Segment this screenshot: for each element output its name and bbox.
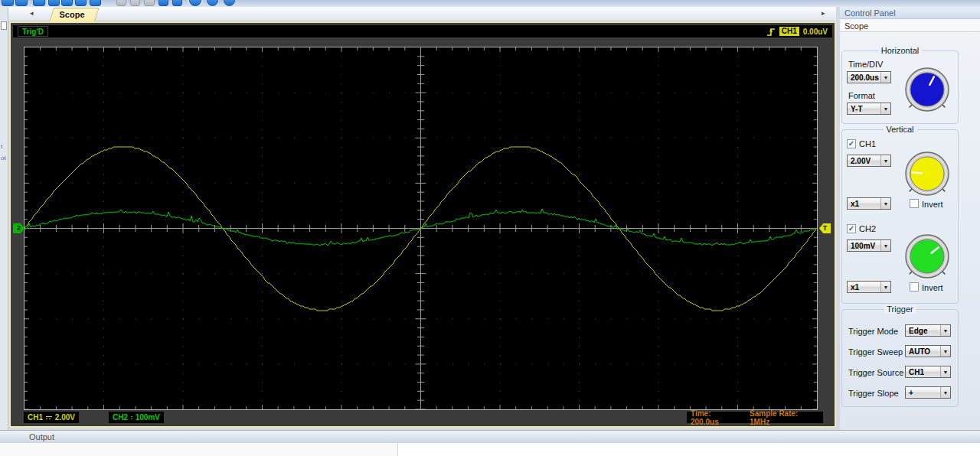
toolbar-button[interactable] <box>224 0 235 6</box>
trigger-group-title: Trigger <box>884 305 916 314</box>
toolbar-button[interactable] <box>130 0 140 6</box>
trigger-source-badge: CH1 <box>779 27 799 36</box>
format-value: Y-T <box>848 103 880 114</box>
trigger-sweep-label: Trigger Sweep <box>848 347 903 357</box>
ch1-scale-select[interactable]: 2.00V ▼ <box>847 155 891 167</box>
collapsed-panel-widget[interactable] <box>1 21 7 30</box>
control-panel-page-selector[interactable]: Scope <box>840 20 980 32</box>
time-per-div-value: Time: 200.0us <box>691 409 740 426</box>
scope-top-status-bar: Trig'D CH1 0.00uV <box>13 25 832 37</box>
trigger-edge-icon <box>766 27 776 37</box>
ch2-invert-checkbox[interactable]: ✓ <box>910 282 919 292</box>
trigger-source-value: CH1 <box>906 366 940 377</box>
trigger-group: Trigger Trigger Mode Edge ▼ Trigger Swee… <box>841 309 959 407</box>
toolbar-button[interactable] <box>75 0 87 6</box>
trigger-level-marker[interactable]: T <box>819 223 831 233</box>
toolbar-button[interactable] <box>207 0 218 6</box>
ch1-position-knob[interactable] <box>903 149 952 198</box>
control-panel-title: Control Panel <box>840 7 980 19</box>
trigger-mode-value: Edge <box>906 325 940 336</box>
time-div-label: Time/DIV <box>848 60 883 69</box>
horizontal-group: Horizontal Time/DIV 200.0us ▼ Format Y-T… <box>841 50 959 124</box>
ch1-label: CH1 <box>28 413 43 422</box>
toolbar-button[interactable] <box>158 0 168 6</box>
ch2-probe-select[interactable]: x1 ▼ <box>847 281 891 293</box>
chevron-down-icon: ▼ <box>880 72 890 83</box>
tab-scroll-right-icon[interactable]: ▸ <box>822 9 825 17</box>
main-toolbar <box>0 0 980 7</box>
toolbar-button[interactable] <box>172 0 182 6</box>
ch1-probe-select[interactable]: x1 ▼ <box>847 197 891 210</box>
tab-scope-label: Scope <box>45 8 99 21</box>
clipped-label: t <box>1 143 2 150</box>
toolbar-button[interactable] <box>33 0 45 6</box>
ch2-invert-label: Invert <box>922 283 943 292</box>
ch1-invert-label: Invert <box>922 200 943 209</box>
ch2-label: CH2 <box>113 413 128 422</box>
chevron-down-icon: ▼ <box>940 325 950 336</box>
tab-bar: ◂ Scope ▸ <box>8 7 836 21</box>
toolbar-button[interactable] <box>48 0 60 6</box>
timebase-readout: Time: 200.0us Sample Rate: 1MHz <box>687 412 823 423</box>
ch2-scale-value: 100mV <box>848 240 880 251</box>
toolbar-button[interactable] <box>144 0 155 6</box>
toolbar-button[interactable] <box>2 0 14 6</box>
format-select[interactable]: Y-T ▼ <box>847 103 891 115</box>
vertical-group: Vertical ✓ CH1 2.00V ▼ x1 ▼ ✓ Invert ✓ C… <box>841 129 959 304</box>
ch2-scale-readout: CH2 100mV <box>109 412 164 423</box>
ch2-probe-value: x1 <box>848 282 880 292</box>
horizontal-group-title: Horizontal <box>878 46 923 55</box>
ch1-scale-readout: CH1 2.00V <box>24 412 79 423</box>
toolbar-button[interactable] <box>116 0 126 6</box>
ch2-ground-marker[interactable]: 2 <box>13 223 24 233</box>
toolbar-button[interactable] <box>15 0 28 6</box>
ch2-enable-checkbox[interactable]: ✓ <box>847 224 856 233</box>
chevron-down-icon: ▼ <box>880 198 890 209</box>
ch1-enable-checkbox[interactable]: ✓ <box>847 139 856 148</box>
vertical-group-title: Vertical <box>883 125 916 134</box>
chevron-down-icon: ▼ <box>940 387 950 398</box>
dc-coupling-icon <box>131 416 132 419</box>
trigger-level-value: 0.00uV <box>803 28 828 36</box>
ch2-position-knob[interactable] <box>903 232 952 281</box>
time-div-value: 200.0us <box>848 72 880 83</box>
timebase-knob[interactable] <box>903 65 952 114</box>
trigger-level-readout: CH1 0.00uV <box>766 26 828 37</box>
ch1-scale-value: 2.00V <box>848 155 880 166</box>
ch1-checkbox-label: CH1 <box>859 139 876 148</box>
sample-rate-value: Sample Rate: 1MHz <box>750 409 819 426</box>
chevron-down-icon: ▼ <box>940 366 950 377</box>
output-panel-body <box>0 443 980 456</box>
collapsed-side-panel[interactable]: t ot <box>0 7 8 430</box>
trigger-slope-label: Trigger Slope <box>848 389 899 398</box>
dc-coupling-icon <box>46 416 52 419</box>
trigger-source-select[interactable]: CH1 ▼ <box>905 366 951 378</box>
scope-display-window: Trig'D CH1 0.00uV 2 T CH1 2.00V CH2 100m… <box>9 21 836 428</box>
ch1-probe-value: x1 <box>848 198 880 209</box>
trigger-source-label: Trigger Source <box>848 368 903 377</box>
ch1-scale-value: 2.00V <box>55 413 75 422</box>
ch2-scale-select[interactable]: 100mV ▼ <box>847 239 891 252</box>
chevron-down-icon: ▼ <box>880 282 890 292</box>
ch1-invert-checkbox[interactable]: ✓ <box>910 199 919 208</box>
chevron-down-icon: ▼ <box>880 103 890 114</box>
trigger-slope-select[interactable]: + ▼ <box>905 386 951 399</box>
toolbar-button[interactable] <box>90 0 101 6</box>
waveform-graticule[interactable] <box>24 47 817 409</box>
output-pane <box>0 443 398 456</box>
toolbar-button[interactable] <box>61 0 73 6</box>
chevron-down-icon: ▼ <box>880 240 890 251</box>
tab-scope[interactable]: Scope <box>45 8 99 21</box>
time-div-select[interactable]: 200.0us ▼ <box>847 71 891 83</box>
trigger-sweep-value: AUTO <box>906 346 940 357</box>
trigger-mode-select[interactable]: Edge ▼ <box>905 324 951 337</box>
toolbar-button[interactable] <box>189 0 201 6</box>
chevron-down-icon: ▼ <box>880 155 890 166</box>
tab-scroll-left-icon[interactable]: ◂ <box>30 9 34 17</box>
trigger-sweep-select[interactable]: AUTO ▼ <box>905 345 951 357</box>
clipped-label: ot <box>1 155 6 161</box>
ch2-scale-value: 100mV <box>136 413 160 422</box>
output-panel-header[interactable]: Output <box>0 430 980 443</box>
scope-bottom-status-bar: CH1 2.00V CH2 100mV Time: 200.0us Sample… <box>13 412 832 423</box>
trigger-mode-label: Trigger Mode <box>848 327 898 336</box>
